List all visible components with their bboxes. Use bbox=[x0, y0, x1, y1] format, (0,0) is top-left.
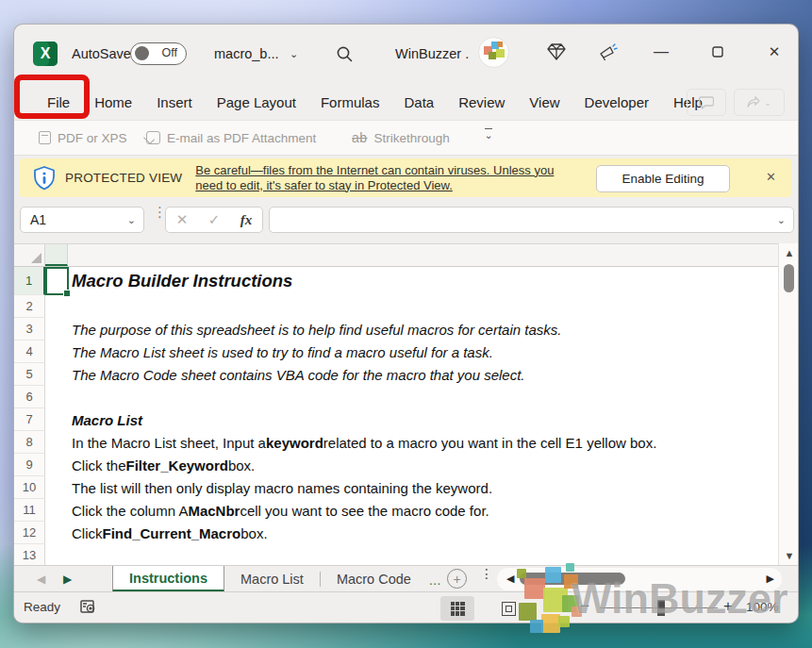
cell-b6[interactable] bbox=[68, 386, 778, 408]
search-icon[interactable] bbox=[329, 39, 359, 69]
row-header-5[interactable]: 5 bbox=[14, 363, 45, 386]
account-name[interactable]: WinBuzzer . bbox=[395, 46, 469, 61]
cell-b5[interactable]: The Macro Code sheet contains VBA code f… bbox=[68, 363, 778, 386]
menu-home[interactable]: Home bbox=[82, 84, 144, 120]
cell-b11[interactable]: Click the column A MacNbr cell you want … bbox=[68, 499, 778, 522]
banner-close-icon[interactable]: ✕ bbox=[766, 170, 776, 184]
row-header-11[interactable]: 11 bbox=[14, 499, 45, 522]
column-header-b[interactable] bbox=[68, 244, 778, 266]
row-header-13[interactable]: 13 bbox=[14, 544, 45, 567]
scroll-down-icon[interactable]: ▼ bbox=[779, 550, 799, 561]
menu-review[interactable]: Review bbox=[446, 84, 517, 120]
row-header-6[interactable]: 6 bbox=[14, 386, 45, 408]
share-button[interactable]: ⌄ bbox=[734, 89, 785, 116]
horizontal-scrollbar[interactable]: ◀ ▶ bbox=[497, 568, 782, 590]
zoom-in-icon[interactable]: + bbox=[723, 597, 733, 616]
vertical-scrollbar[interactable]: ▲ ▼ bbox=[778, 243, 799, 565]
insert-function-icon[interactable]: fx bbox=[240, 212, 253, 228]
row-header-12[interactable]: 12 bbox=[14, 522, 45, 544]
scroll-left-icon[interactable]: ◀ bbox=[506, 573, 514, 585]
zoom-level[interactable]: 100% bbox=[746, 600, 779, 614]
horizontal-scroll-thumb[interactable] bbox=[520, 573, 625, 585]
formula-input[interactable]: ⌄ bbox=[269, 207, 794, 233]
fill-handle[interactable] bbox=[63, 290, 71, 297]
sheet-tab-macro-code[interactable]: Macro Code bbox=[321, 566, 427, 592]
comments-button[interactable] bbox=[687, 89, 726, 116]
page-layout-view-button[interactable] bbox=[491, 596, 525, 621]
cell-b8[interactable]: In the Macro List sheet, Input a keyword… bbox=[68, 431, 778, 454]
autosave-toggle[interactable]: Off bbox=[130, 42, 187, 65]
toolbar-pdf-or-xps[interactable]: PDF or XPS bbox=[39, 121, 127, 155]
menu-data[interactable]: Data bbox=[391, 84, 446, 120]
macro-record-icon[interactable] bbox=[80, 599, 97, 614]
selected-cell-a1[interactable] bbox=[45, 267, 69, 295]
menu-view[interactable]: View bbox=[517, 84, 572, 120]
cell-b4[interactable]: The Macro List sheet is used to try to f… bbox=[68, 341, 778, 363]
toolbar-options-chevron-icon[interactable]: ⌄ bbox=[482, 128, 495, 140]
menu-page-layout[interactable]: Page Layout bbox=[205, 84, 308, 120]
cell-a8[interactable] bbox=[45, 431, 68, 454]
maximize-icon[interactable] bbox=[702, 36, 734, 68]
cell-a6[interactable] bbox=[45, 386, 68, 408]
sheet-tab-macro-list[interactable]: Macro List bbox=[224, 566, 320, 592]
scroll-right-icon[interactable]: ▶ bbox=[767, 573, 774, 585]
zoom-out-icon[interactable]: − bbox=[580, 597, 589, 616]
name-box-chevron-icon[interactable]: ⌄ bbox=[127, 214, 136, 226]
select-all-corner[interactable] bbox=[14, 244, 45, 266]
formula-expand-chevron-icon[interactable]: ⌄ bbox=[777, 214, 786, 226]
sheet-options-dots-icon[interactable]: ⋮ bbox=[480, 571, 488, 576]
cell-a11[interactable] bbox=[45, 499, 68, 522]
sheet-nav-right-icon[interactable]: ▶ bbox=[63, 573, 72, 586]
vertical-scroll-thumb[interactable] bbox=[784, 264, 794, 292]
cell-a12[interactable] bbox=[45, 522, 68, 544]
cell-b9[interactable]: Click the Filter_Keyword box. bbox=[68, 454, 778, 476]
toolbar-e-mail-as-pdf-attachment[interactable]: E-mail as PDF Attachment bbox=[146, 121, 316, 155]
row-header-4[interactable]: 4 bbox=[14, 341, 45, 363]
title-chevron-down-icon[interactable]: ⌄ bbox=[290, 48, 298, 60]
cancel-icon[interactable]: ✕ bbox=[176, 211, 189, 228]
excel-logo-icon[interactable]: X bbox=[33, 42, 58, 66]
cell-a7[interactable] bbox=[45, 408, 68, 431]
cell-b10[interactable]: The list will then only display macro na… bbox=[68, 476, 778, 499]
cell-a5[interactable] bbox=[45, 363, 68, 386]
minimize-icon[interactable]: — bbox=[645, 36, 677, 68]
add-sheet-icon[interactable]: + bbox=[447, 569, 467, 589]
cell-a13[interactable] bbox=[45, 544, 68, 567]
cell-b2[interactable] bbox=[68, 295, 778, 318]
row-header-8[interactable]: 8 bbox=[14, 431, 45, 454]
menu-insert[interactable]: Insert bbox=[144, 84, 205, 120]
formula-drag-handle[interactable]: ⋮ bbox=[153, 208, 160, 216]
scroll-up-icon[interactable]: ▲ bbox=[779, 247, 799, 258]
menu-formulas[interactable]: Formulas bbox=[308, 84, 392, 120]
row-header-1[interactable]: 1 bbox=[14, 267, 45, 295]
row-header-9[interactable]: 9 bbox=[14, 454, 45, 476]
cell-b7[interactable]: Macro List bbox=[68, 408, 778, 431]
row-header-10[interactable]: 10 bbox=[14, 476, 45, 499]
row-header-3[interactable]: 3 bbox=[14, 318, 45, 341]
column-header-a[interactable] bbox=[45, 244, 68, 266]
cell-a9[interactable] bbox=[45, 454, 68, 476]
cell-b13[interactable] bbox=[68, 544, 778, 567]
toolbar-strikethrough[interactable]: abStrikethrough bbox=[352, 121, 450, 155]
close-icon[interactable]: ✕ bbox=[758, 36, 790, 68]
cell-b12[interactable]: Click Find_Current_Macro box. bbox=[68, 522, 778, 544]
row-header-2[interactable]: 2 bbox=[14, 295, 45, 318]
cell-a10[interactable] bbox=[45, 476, 68, 499]
cell-a4[interactable] bbox=[45, 341, 68, 363]
cell-a2[interactable] bbox=[45, 295, 68, 318]
sheet-nav-left-icon[interactable]: ◀ bbox=[37, 573, 45, 586]
name-box[interactable]: A1 ⌄ bbox=[20, 207, 144, 233]
sheet-tab-instructions[interactable]: Instructions bbox=[112, 566, 224, 592]
row-header-7[interactable]: 7 bbox=[14, 408, 45, 431]
enable-editing-button[interactable]: Enable Editing bbox=[596, 165, 730, 192]
premium-diamond-icon[interactable] bbox=[540, 36, 572, 68]
enter-icon[interactable]: ✓ bbox=[208, 211, 221, 228]
account-avatar[interactable] bbox=[478, 37, 509, 68]
menu-developer[interactable]: Developer bbox=[572, 84, 661, 120]
normal-view-button[interactable] bbox=[440, 596, 474, 621]
zoom-slider-handle[interactable] bbox=[657, 600, 665, 616]
document-title[interactable]: macro_b... bbox=[214, 46, 279, 61]
feedback-megaphone-icon[interactable] bbox=[592, 36, 624, 68]
cell-a3[interactable] bbox=[45, 318, 68, 341]
cell-b1[interactable]: Macro Builder Instructions bbox=[68, 267, 778, 295]
